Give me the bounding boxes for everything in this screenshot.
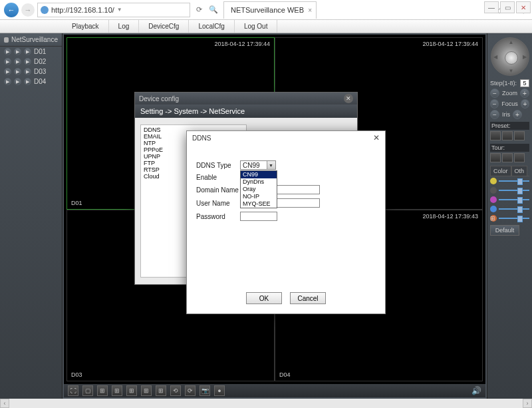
iris-out-icon[interactable]: − <box>490 110 499 119</box>
scroll-left-icon[interactable]: ‹ <box>0 399 9 408</box>
preset-next-icon[interactable] <box>502 131 513 140</box>
preset-prev-icon[interactable] <box>490 131 501 140</box>
record-all-icon[interactable]: ● <box>214 385 225 396</box>
contrast-slider[interactable] <box>499 190 529 191</box>
ddns-close-icon[interactable]: ✕ <box>373 133 380 142</box>
ddns-type-select[interactable]: CN99 ▼ CN99 DynDns Oray NO-IP MYQ-SEE <box>240 160 276 170</box>
tab-localcfg[interactable]: LocalCfg <box>189 20 234 33</box>
channel-label: D03 <box>34 68 46 75</box>
browser-back[interactable]: ← <box>4 3 19 17</box>
tab-close-icon[interactable]: × <box>308 7 312 14</box>
step-input[interactable]: 5 <box>520 79 529 87</box>
fullscreen-icon[interactable]: ⛶ <box>68 385 78 396</box>
ptz-up-icon[interactable]: ▲ <box>509 39 514 45</box>
tour-prev-icon[interactable] <box>490 153 501 162</box>
ptz-right-icon[interactable]: ▶ <box>523 54 527 60</box>
default-button[interactable]: Default <box>490 225 519 236</box>
saturation-slider[interactable] <box>499 199 529 200</box>
ddns-option[interactable]: CN99 <box>241 171 277 178</box>
ptz-panel: ▲ ▼ ◀ ▶ Step(1-8): 5 −Zoom+ −Focus+ −Iri… <box>487 33 532 399</box>
channel-label: D02 <box>34 58 46 65</box>
layout-4-icon[interactable]: ⊞ <box>97 385 108 396</box>
sharpness-slider[interactable] <box>499 218 529 219</box>
preset-add-icon[interactable] <box>514 131 525 140</box>
focus-out-icon[interactable]: − <box>490 99 499 108</box>
channel-row[interactable]: ▶ ▶ ▶ D02 <box>0 57 62 67</box>
tour-play-icon[interactable] <box>514 153 525 162</box>
play-icon[interactable]: ▶ <box>4 58 11 65</box>
brightness-slider[interactable] <box>499 180 529 182</box>
cam-label: D01 <box>71 200 82 206</box>
ptz-down-icon[interactable]: ▼ <box>509 68 514 74</box>
tab-devicecfg[interactable]: DeviceCfg <box>139 20 189 33</box>
connect-all-icon[interactable]: ⟲ <box>170 385 181 396</box>
layout-25-icon[interactable]: ⊞ <box>141 385 152 396</box>
address-bar[interactable]: http://192.168.1.10/ ▼ <box>37 3 190 17</box>
disconnect-all-icon[interactable]: ⟳ <box>185 385 196 396</box>
play-icon[interactable]: ▶ <box>4 78 11 85</box>
breadcrumb: Setting -> System -> NetService <box>135 104 357 118</box>
tab-other[interactable]: Oth <box>511 166 528 176</box>
layout-16-icon[interactable]: ⊞ <box>126 385 137 396</box>
talk-icon[interactable]: ▶ <box>24 58 31 65</box>
tab-title: NETSurveillance WEB <box>231 6 304 14</box>
tab-playback[interactable]: Playback <box>63 20 109 33</box>
tab-log[interactable]: Log <box>109 20 140 33</box>
zoom-label: Zoom <box>502 90 517 97</box>
ddns-option[interactable]: DynDns <box>241 178 277 186</box>
ptz-wheel[interactable]: ▲ ▼ ◀ ▶ <box>491 37 529 76</box>
preset-header: Preset: <box>490 122 529 130</box>
ddns-title: DDNS <box>192 134 211 142</box>
talk-icon[interactable]: ▶ <box>24 78 31 85</box>
talk-icon[interactable]: ▶ <box>24 68 31 75</box>
play-icon[interactable]: ▶ <box>4 68 11 75</box>
enable-label: Enable <box>196 174 240 181</box>
focus-in-icon[interactable]: + <box>521 99 529 108</box>
cancel-button[interactable]: Cancel <box>290 292 326 304</box>
password-input[interactable] <box>240 212 277 221</box>
channel-row[interactable]: ▶ ▶ ▶ D03 <box>0 67 62 77</box>
talk-icon[interactable]: ▶ <box>24 48 31 55</box>
browser-tab[interactable]: NETSurveillance WEB × <box>223 1 317 19</box>
layout-1-icon[interactable]: ▢ <box>82 385 93 396</box>
extra-icon[interactable]: ▶ <box>14 58 21 65</box>
tab-logout[interactable]: Log Out <box>235 20 278 33</box>
ddns-type-dropdown: CN99 DynDns Oray NO-IP MYQ-SEE <box>240 170 277 208</box>
url-text: http://192.168.1.10/ <box>51 6 114 14</box>
ddns-option[interactable]: Oray <box>241 186 277 193</box>
snapshot-icon[interactable]: 📷 <box>200 385 210 396</box>
ddns-dialog: DDNS ✕ DDNS Type CN99 ▼ CN99 DynDns Oray… <box>186 130 386 314</box>
tab-color[interactable]: Color <box>490 166 511 176</box>
iris-in-icon[interactable]: + <box>513 110 522 119</box>
dialog-close-icon[interactable]: ✕ <box>344 94 353 103</box>
zoom-out-icon[interactable]: − <box>490 89 499 98</box>
ptz-left-icon[interactable]: ◀ <box>493 54 497 60</box>
extra-icon[interactable]: ▶ <box>14 68 21 75</box>
focus-label: Focus <box>501 101 518 107</box>
win-minimize[interactable]: — <box>484 1 499 13</box>
channel-row[interactable]: ▶ ▶ ▶ D01 <box>0 47 62 57</box>
ddns-option[interactable]: MYQ-SEE <box>241 200 277 208</box>
stop-icon[interactable]: 🔍 <box>207 3 219 17</box>
ok-button[interactable]: OK <box>246 292 282 304</box>
camera-icon <box>4 37 9 43</box>
play-icon[interactable]: ▶ <box>4 48 11 55</box>
layout-36-icon[interactable]: ⊞ <box>156 385 166 396</box>
layout-9-icon[interactable]: ⊞ <box>112 385 122 396</box>
step-label: Step(1-8): <box>490 80 517 87</box>
extra-icon[interactable]: ▶ <box>14 78 21 85</box>
refresh-icon[interactable]: ⟳ <box>193 3 205 17</box>
extra-icon[interactable]: ▶ <box>14 48 21 55</box>
scroll-right-icon[interactable]: › <box>523 399 532 408</box>
win-close[interactable]: ✕ <box>516 1 531 13</box>
horizontal-scrollbar[interactable]: ‹ › <box>0 399 532 408</box>
ddns-option[interactable]: NO-IP <box>241 193 277 200</box>
saturation-icon <box>490 196 497 203</box>
channel-row[interactable]: ▶ ▶ ▶ D04 <box>0 77 62 87</box>
tour-next-icon[interactable] <box>502 153 513 162</box>
browser-forward[interactable]: → <box>21 3 35 17</box>
win-restore[interactable]: ▭ <box>500 1 515 13</box>
hue-slider[interactable] <box>499 208 529 210</box>
zoom-in-icon[interactable]: + <box>520 89 529 98</box>
speaker-icon[interactable]: 🔊 <box>471 386 481 395</box>
